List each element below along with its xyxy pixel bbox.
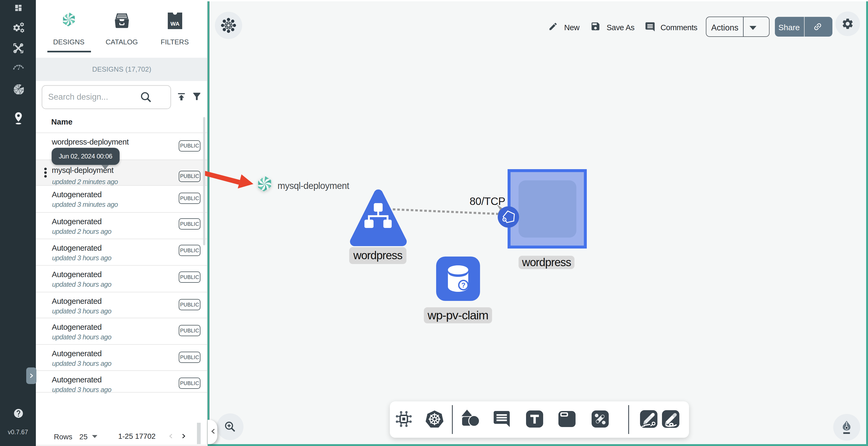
svg-text:?: ? bbox=[461, 281, 465, 289]
svg-text:WA: WA bbox=[170, 21, 180, 27]
